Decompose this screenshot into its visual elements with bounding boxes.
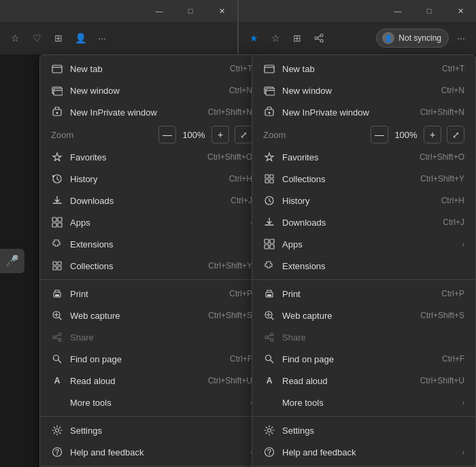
svg-point-46 [271,339,273,341]
r-menu-item-collections[interactable]: Collections Ctrl+Shift+Y [252,168,475,190]
favorites-toolbar-icon-right[interactable]: ★ [244,29,263,48]
reading-list-icon-right[interactable]: ☆ [266,29,285,48]
svg-point-48 [268,429,271,432]
menu-item-extensions[interactable]: Extensions [40,233,263,255]
favorites-label: Favorites [70,152,201,162]
r-menu-item-print[interactable]: Print Ctrl+P [252,283,475,305]
menu-item-new-tab[interactable]: New tab Ctrl+T [40,58,263,80]
menu-item-find-on-page[interactable]: Find on page Ctrl+F [40,348,263,370]
settings-label: Settings [70,426,252,436]
menu-item-collections[interactable]: Collections Ctrl+Shift+Y [40,255,263,277]
svg-point-50 [269,454,270,455]
zoom-row: Zoom — 100% + ⤢ [40,123,263,146]
svg-rect-12 [53,266,56,270]
svg-rect-40 [270,245,274,249]
r-menu-item-read-aloud[interactable]: A Read aloud Ctrl+Shift+U [252,370,475,392]
r-zoom-fullscreen-button[interactable]: ⤢ [447,126,464,143]
menu-item-web-capture[interactable]: Web capture Ctrl+Shift+S [40,305,263,326]
collections-icon[interactable]: ♡ [27,29,46,48]
settings-more-icon-right[interactable]: ··· [452,29,471,48]
share-menu-icon [51,331,63,343]
menu-item-new-inprivate[interactable]: New InPrivate window Ctrl+Shift+N [40,101,263,123]
svg-rect-32 [265,175,269,178]
title-bar-left: — □ ✕ [0,0,237,22]
r-more-tools-menu-icon [263,396,275,409]
r-menu-item-web-capture[interactable]: Web capture Ctrl+Shift+S [252,305,475,326]
r-menu-item-history[interactable]: History Ctrl+H [252,190,475,211]
find-on-page-label: Find on page [70,354,223,364]
zoom-plus-button[interactable]: + [211,126,229,143]
r-menu-item-new-window[interactable]: New window Ctrl+N [252,80,475,101]
svg-point-26 [320,39,323,42]
right-browser-panel: — □ ✕ ★ ☆ ⊞ 👤 Not syncing ··· [239,0,476,467]
svg-point-44 [271,333,273,336]
share-toolbar-icon-right[interactable] [309,29,328,48]
r-menu-item-extensions[interactable]: Extensions [252,255,475,277]
menu-item-new-window[interactable]: New window Ctrl+N [40,80,263,101]
r-read-aloud-shortcut: Ctrl+Shift+U [420,376,464,385]
r-collections-menu-icon [263,173,275,185]
favorites-shortcut: Ctrl+Shift+O [207,152,252,162]
r-menu-item-more-tools[interactable]: More tools › [252,392,475,413]
svg-rect-37 [265,239,269,243]
r-extensions-menu-icon [263,260,275,272]
r-menu-item-favorites[interactable]: Favorites Ctrl+Shift+O [252,146,475,168]
r-favorites-shortcut: Ctrl+Shift+O [420,152,464,162]
print-menu-icon [51,288,63,300]
zoom-minus-button[interactable]: — [158,126,176,143]
r-collections-shortcut: Ctrl+Shift+Y [420,174,464,184]
r-menu-item-help[interactable]: Help and feedback › [252,441,475,463]
r-help-label: Help and feedback [282,447,453,457]
settings-more-icon[interactable]: ··· [92,29,112,48]
maximize-button-right[interactable]: □ [413,0,445,22]
menu-item-favorites[interactable]: Favorites Ctrl+Shift+O [40,146,263,168]
r-downloads-label: Downloads [282,218,436,228]
favorites-icon[interactable]: ☆ [5,29,24,48]
maximize-button-left[interactable]: □ [175,0,206,22]
svg-rect-33 [270,175,273,178]
grid-icon-right[interactable]: ⊞ [288,29,307,48]
not-syncing-button[interactable]: 👤 Not syncing [376,29,449,48]
r-menu-item-new-inprivate[interactable]: New InPrivate window Ctrl+Shift+N [252,101,475,123]
share-label: Share [70,332,252,343]
menu-item-more-tools[interactable]: More tools › [40,392,263,413]
downloads-label: Downloads [70,196,224,206]
svg-point-21 [56,429,59,432]
r-zoom-plus-button[interactable]: + [424,126,441,143]
r-extensions-label: Extensions [282,261,464,271]
profile-icon[interactable]: 👤 [71,29,90,48]
svg-point-24 [320,34,323,37]
svg-point-17 [58,333,61,336]
menu-item-help[interactable]: Help and feedback › [40,441,263,463]
menu-dropdown-right: New tab Ctrl+T New window Ctrl+N [252,54,476,467]
r-web-capture-shortcut: Ctrl+Shift+S [420,311,464,320]
close-button-left[interactable]: ✕ [206,0,237,22]
r-menu-item-find-on-page[interactable]: Find on page Ctrl+F [252,348,475,370]
svg-rect-6 [52,218,56,222]
minimize-button-left[interactable]: — [143,0,175,22]
browser-essentials-icon[interactable]: ⊞ [49,29,68,48]
r-zoom-minus-button[interactable]: — [371,126,388,143]
menu-item-print[interactable]: Print Ctrl+P [40,283,263,305]
zoom-controls: — 100% + ⤢ [158,126,252,143]
menu-item-read-aloud[interactable]: A Read aloud Ctrl+Shift+U [40,370,263,392]
menu-item-downloads[interactable]: Downloads Ctrl+J [40,190,263,211]
zoom-fullscreen-button[interactable]: ⤢ [235,126,252,143]
r-menu-item-new-tab[interactable]: New tab Ctrl+T [252,58,475,80]
mic-icon[interactable]: 🎤 [0,249,24,273]
r-divider-1 [252,279,475,280]
r-menu-item-apps[interactable]: Apps › [252,233,475,255]
r-downloads-menu-icon [263,216,275,228]
r-new-inprivate-shortcut: Ctrl+Shift+N [420,107,464,117]
svg-point-31 [269,112,271,114]
menu-item-history[interactable]: History Ctrl+H [40,168,263,190]
svg-rect-8 [52,223,56,227]
r-menu-item-settings[interactable]: Settings [252,419,475,441]
svg-rect-15 [55,294,59,296]
menu-item-settings[interactable]: Settings [40,419,263,441]
r-menu-item-downloads[interactable]: Downloads Ctrl+J [252,211,475,233]
menu-item-apps[interactable]: Apps › [40,211,263,233]
svg-rect-11 [58,262,61,265]
minimize-button-right[interactable]: — [382,0,413,22]
close-button-right[interactable]: ✕ [445,0,476,22]
